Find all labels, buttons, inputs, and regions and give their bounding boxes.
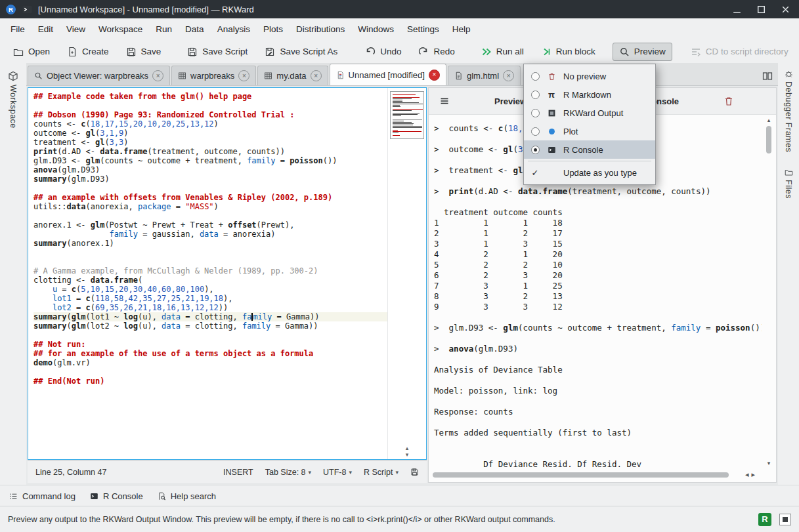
tab-size-select[interactable]: Tab Size: 8▾ xyxy=(265,468,311,477)
workspace-icon xyxy=(8,71,18,81)
tab-close-icon[interactable]: × xyxy=(503,70,514,81)
create-button[interactable]: Create xyxy=(60,43,116,61)
cd-to-script-directory-button[interactable]: CD to script directory xyxy=(684,43,795,61)
menu-plots[interactable]: Plots xyxy=(257,20,290,38)
console-vertical-scrollbar[interactable]: ▴ ▾ xyxy=(764,117,773,466)
save-script-as-button[interactable]: Save Script As xyxy=(258,43,344,61)
menu-item-r-markdown[interactable]: πR Markdown xyxy=(524,85,655,104)
menu-workspace[interactable]: Workspace xyxy=(92,20,149,38)
console-horizontal-scrollbar[interactable]: ◂▸ xyxy=(431,470,759,480)
menu-item-plot[interactable]: Plot xyxy=(524,122,655,140)
menu-item-r-console[interactable]: R Console xyxy=(524,140,655,159)
encoding-select[interactable]: UTF-8▾ xyxy=(323,468,352,477)
tab-glm-html[interactable]: glm.html× xyxy=(448,66,521,85)
radio-checked-icon xyxy=(531,146,540,154)
menu-item-label: Plot xyxy=(563,127,578,136)
left-dock: Workspace xyxy=(0,63,27,485)
menu-view[interactable]: View xyxy=(60,20,92,38)
menu-item-rkward-output[interactable]: RKWard Output xyxy=(524,104,655,122)
minimize-icon[interactable] xyxy=(731,4,743,15)
code-line: glm.D93 <- glm(counts ~ outcome + treatm… xyxy=(33,156,387,165)
menu-edit[interactable]: Edit xyxy=(32,20,60,38)
tab-warpbreaks[interactable]: warpbreaks× xyxy=(171,66,256,85)
undo-button[interactable]: Undo xyxy=(358,43,408,61)
menu-item-no-preview[interactable]: No preview xyxy=(524,67,655,85)
undo-icon xyxy=(365,47,376,57)
code-area[interactable]: ## Example code taken from the glm() hel… xyxy=(28,88,387,459)
tab-close-icon[interactable]: × xyxy=(311,70,322,81)
console-line: 3 1 3 15 xyxy=(434,239,762,249)
console-line: 8 3 2 13 xyxy=(434,291,762,302)
menu-windows[interactable]: Windows xyxy=(351,20,400,38)
code-line: ## for an example of the use of a terms … xyxy=(33,349,387,358)
open-button[interactable]: Open xyxy=(7,43,56,61)
menu-settings[interactable]: Settings xyxy=(400,20,446,38)
editor-minimap[interactable]: ▴▾ xyxy=(387,88,426,459)
minimap-scroll-arrows[interactable]: ▴▾ xyxy=(388,445,426,458)
minimap-thumbnail[interactable] xyxy=(390,91,424,139)
tab-close-icon[interactable]: × xyxy=(152,70,163,81)
menu-analysis[interactable]: Analysis xyxy=(211,20,257,38)
scrollbar-thumb[interactable] xyxy=(766,126,771,153)
cursor-position[interactable]: Line 25, Column 47 xyxy=(35,468,106,477)
close-icon[interactable] xyxy=(780,4,791,15)
redo-button[interactable]: Redo xyxy=(412,43,461,61)
console-line: 6 2 3 20 xyxy=(434,270,762,281)
console-line: > anova(glm.D93) xyxy=(434,344,762,354)
sidebar-item-workspace[interactable]: Workspace xyxy=(8,71,18,129)
menu-run[interactable]: Run xyxy=(149,20,179,38)
hamburger-icon[interactable] xyxy=(433,93,456,109)
sidebar-item-files[interactable]: Files xyxy=(784,168,793,199)
save-label: Save xyxy=(141,47,162,56)
save-button[interactable]: Save xyxy=(119,43,168,61)
create-label: Create xyxy=(82,47,109,56)
tool-button-help-search[interactable]: Help search xyxy=(155,489,219,504)
save-icon[interactable] xyxy=(410,468,419,476)
code-line: family = gaussian, data = anorexia) xyxy=(33,230,387,239)
code-line: print(d.AD <- data.frame(treatment, outc… xyxy=(33,147,387,156)
scrollbar-thumb[interactable] xyxy=(433,472,729,478)
doc-icon xyxy=(454,72,463,80)
tool-button-r-console[interactable]: R Console xyxy=(87,489,146,504)
radio-icon xyxy=(531,91,540,99)
script-editor[interactable]: ## Example code taken from the glm() hel… xyxy=(28,87,427,460)
code-line xyxy=(33,184,387,193)
titlebar: R [Unnamed Workspace] - Unnamed [modifie… xyxy=(0,0,799,18)
console-icon xyxy=(548,146,556,154)
tab-close-icon[interactable]: × xyxy=(238,70,249,81)
toolbar: OpenCreateSaveSave ScriptSave Script AsU… xyxy=(0,40,799,63)
preview-button[interactable]: Preview xyxy=(613,43,672,61)
tab-my-data[interactable]: my.data× xyxy=(257,66,328,85)
chevron-down-icon[interactable]: ▾ xyxy=(764,460,773,466)
menu-item-label: Update as you type xyxy=(563,168,637,178)
tab-unnamed-modified-[interactable]: Unnamed [modified]× xyxy=(330,64,446,85)
main-area: Object Viewer: warpbreaks×warpbreaks×my.… xyxy=(26,63,778,485)
menu-help[interactable]: Help xyxy=(446,20,477,38)
chevron-up-icon[interactable]: ▴ xyxy=(764,117,773,123)
menu-data[interactable]: Data xyxy=(179,20,211,38)
code-line: ## Not run: xyxy=(33,340,387,349)
run-all-button[interactable]: Run all xyxy=(475,43,530,61)
code-line: anova(glm.D93) xyxy=(33,165,387,174)
tool-button-command-log[interactable]: Command log xyxy=(7,489,78,504)
tab-object-viewer-warpbreaks[interactable]: Object Viewer: warpbreaks× xyxy=(28,66,170,85)
trash-icon[interactable] xyxy=(723,96,734,106)
run-block-button[interactable]: Run block xyxy=(534,43,602,61)
preview-dropdown-menu: No previewπR MarkdownRKWard OutputPlotR … xyxy=(523,64,656,185)
menu-file[interactable]: File xyxy=(4,20,32,38)
menu-distributions[interactable]: Distributions xyxy=(290,20,351,38)
save-script-button[interactable]: Save Script xyxy=(181,43,254,61)
filetype-select[interactable]: R Script▾ xyxy=(364,468,399,477)
tool-button-label: Command log xyxy=(22,491,76,501)
maximize-icon[interactable] xyxy=(756,4,767,15)
split-view-icon[interactable] xyxy=(757,71,778,81)
tab-close-icon[interactable]: × xyxy=(429,70,440,81)
chevron-right-icon[interactable]: ▸ xyxy=(751,470,758,478)
menu-item-update-as-you-type[interactable]: ✓Update as you type xyxy=(524,163,655,182)
tab-label: Object Viewer: warpbreaks xyxy=(47,71,148,81)
sidebar-item-debugger-frames[interactable]: Debugger Frames xyxy=(784,70,793,152)
input-mode[interactable]: INSERT xyxy=(223,468,253,477)
code-line: demo(glm.vr) xyxy=(33,358,387,367)
status-message: Preview any output to the RKWard Output … xyxy=(8,515,750,524)
code-line: summary(glm(lot1 ~ log(u), data = clotti… xyxy=(33,312,387,321)
